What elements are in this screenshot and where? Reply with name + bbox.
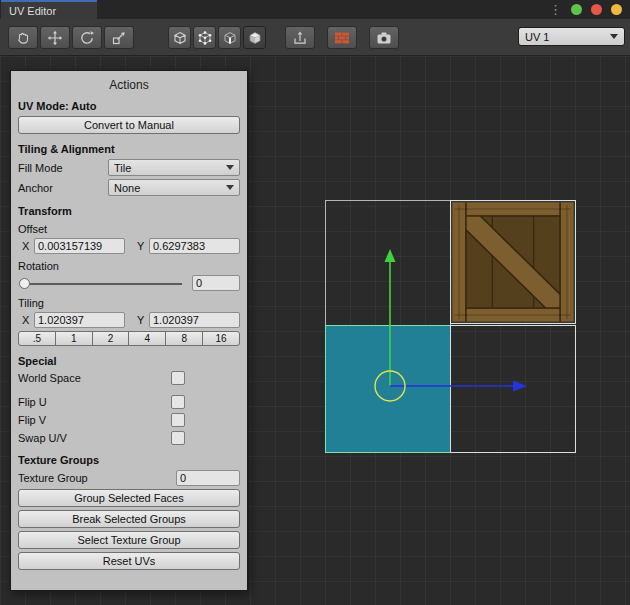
tiling-presets-row: .5 1 2 4 8 16: [18, 331, 240, 346]
screenshot-icon: [376, 30, 392, 46]
preset-1-button[interactable]: 1: [55, 331, 93, 346]
fill-mode-label: Fill Mode: [18, 162, 108, 174]
tiling-row: X Y: [18, 312, 240, 328]
anchor-value: None: [114, 182, 140, 194]
world-space-label: World Space: [18, 372, 171, 384]
more-menu-icon[interactable]: ⋮: [549, 3, 562, 16]
object-mode-button[interactable]: [168, 26, 191, 49]
fill-mode-dropdown[interactable]: Tile: [108, 159, 240, 176]
preset-2-button[interactable]: 2: [92, 331, 130, 346]
texture-group-input[interactable]: [176, 470, 240, 486]
rotation-row: [18, 275, 240, 291]
preset-16-button[interactable]: 16: [202, 331, 240, 346]
action-group: [285, 26, 399, 49]
uv-face-crate-texture[interactable]: [450, 200, 576, 324]
uv-editor-window: UV Editor ⋮: [0, 0, 630, 605]
chevron-down-icon: [610, 34, 618, 39]
offset-y-axis-label: Y: [137, 240, 149, 252]
face-mode-button[interactable]: [243, 26, 266, 49]
texture-preview-button[interactable]: [327, 26, 357, 49]
texture-group-row: Texture Group: [18, 470, 240, 486]
heading-tiling-alignment: Tiling & Alignment: [18, 143, 240, 155]
heading-transform: Transform: [18, 205, 240, 217]
uv-channel-value: UV 1: [525, 31, 549, 43]
preset-point5-button[interactable]: .5: [18, 331, 56, 346]
tab-title: UV Editor: [9, 5, 56, 17]
tiling-y-axis-label: Y: [137, 314, 149, 326]
uv-face-top-left[interactable]: [325, 200, 451, 326]
slider-knob[interactable]: [19, 278, 30, 289]
chevron-down-icon: [226, 165, 234, 170]
project-uv-icon: [292, 30, 308, 46]
tiling-label: Tiling: [18, 297, 240, 309]
world-space-row: World Space: [18, 371, 240, 385]
flip-v-checkbox[interactable]: [171, 413, 185, 427]
texture-group-label: Texture Group: [18, 472, 176, 484]
edge-mode-icon: [222, 30, 238, 46]
swap-uv-row: Swap U/V: [18, 431, 240, 445]
scale-tool-button[interactable]: [104, 26, 134, 49]
anchor-dropdown[interactable]: None: [108, 179, 240, 196]
rotate-tool-button[interactable]: [72, 26, 102, 49]
tiling-y-input[interactable]: [149, 312, 240, 328]
rotation-slider[interactable]: [18, 275, 184, 291]
window-dot-green[interactable]: [571, 4, 582, 15]
tiling-x-axis-label: X: [22, 314, 34, 326]
edge-mode-button[interactable]: [218, 26, 241, 49]
fill-mode-row: Fill Mode Tile: [18, 159, 240, 176]
flip-u-label: Flip U: [18, 396, 171, 408]
titlebar: UV Editor ⋮: [0, 0, 630, 19]
screenshot-button[interactable]: [369, 26, 399, 49]
select-texture-group-button[interactable]: Select Texture Group: [18, 531, 240, 549]
vertex-mode-button[interactable]: [193, 26, 216, 49]
reset-uvs-button[interactable]: Reset UVs: [18, 552, 240, 570]
group-selected-faces-button[interactable]: Group Selected Faces: [18, 489, 240, 507]
slider-track: [20, 283, 182, 285]
world-space-checkbox[interactable]: [171, 371, 185, 385]
rotation-label: Rotation: [18, 260, 240, 272]
object-mode-icon: [172, 30, 188, 46]
anchor-row: Anchor None: [18, 179, 240, 196]
break-selected-groups-button[interactable]: Break Selected Groups: [18, 510, 240, 528]
heading-texture-groups: Texture Groups: [18, 454, 240, 466]
texture-preview-icon: [334, 30, 350, 46]
convert-to-manual-button[interactable]: Convert to Manual: [18, 116, 240, 134]
uv-channel-dropdown[interactable]: UV 1: [518, 27, 625, 46]
toolbar: UV 1: [0, 19, 630, 56]
uv-face-bottom-right[interactable]: [450, 325, 576, 453]
uv-mode-label: UV Mode: Auto: [18, 100, 240, 112]
project-uv-button[interactable]: [285, 26, 315, 49]
uv-face-selected[interactable]: [325, 325, 451, 453]
pan-tool-button[interactable]: [8, 26, 38, 49]
flip-u-row: Flip U: [18, 395, 240, 409]
offset-y-input[interactable]: [149, 238, 240, 254]
actions-panel: Actions UV Mode: Auto Convert to Manual …: [10, 70, 248, 591]
move-tool-icon: [47, 30, 63, 46]
fill-mode-value: Tile: [114, 162, 131, 174]
window-dot-yellow[interactable]: [611, 4, 622, 15]
scale-tool-icon: [111, 30, 127, 46]
anchor-label: Anchor: [18, 182, 108, 194]
swap-uv-checkbox[interactable]: [171, 431, 185, 445]
pan-tool-icon: [15, 30, 31, 46]
window-dot-red[interactable]: [591, 4, 602, 15]
rotation-input[interactable]: [192, 275, 240, 291]
tool-group: [8, 26, 134, 49]
flip-v-label: Flip V: [18, 414, 171, 426]
face-mode-icon: [247, 30, 263, 46]
preset-8-button[interactable]: 8: [165, 331, 203, 346]
offset-row: X Y: [18, 238, 240, 254]
offset-x-input[interactable]: [34, 238, 125, 254]
offset-x-axis-label: X: [22, 240, 34, 252]
panel-title: Actions: [18, 75, 240, 98]
flip-v-row: Flip V: [18, 413, 240, 427]
flip-u-checkbox[interactable]: [171, 395, 185, 409]
swap-uv-label: Swap U/V: [18, 432, 171, 444]
move-tool-button[interactable]: [40, 26, 70, 49]
tiling-x-input[interactable]: [34, 312, 125, 328]
chevron-down-icon: [226, 185, 234, 190]
offset-label: Offset: [18, 223, 240, 235]
preset-4-button[interactable]: 4: [128, 331, 166, 346]
tab-uv-editor[interactable]: UV Editor: [1, 0, 97, 19]
crate-texture: [451, 201, 575, 323]
